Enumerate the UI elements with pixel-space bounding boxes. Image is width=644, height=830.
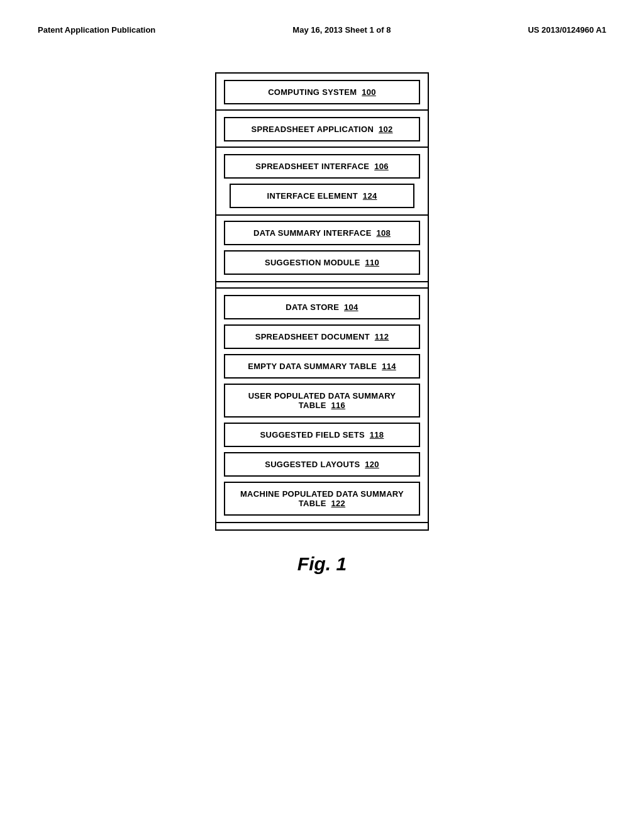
data-store-label: DATA STORE 104 <box>224 295 420 319</box>
spreadsheet-document-label: SPREADSHEET DOCUMENT 112 <box>224 324 420 349</box>
spreadsheet-application-label: SPREADSHEET APPLICATION 102 <box>224 117 420 141</box>
header-left: Patent Application Publication <box>38 25 155 35</box>
spreadsheet-interface-label: SPREADSHEET INTERFACE 106 <box>224 154 420 179</box>
spreadsheet-application-box: SPREADSHEET APPLICATION 102 SPREADSHEET … <box>215 109 429 282</box>
suggested-field-sets-label: SUGGESTED FIELD SETS 118 <box>224 423 420 447</box>
diagram-container: COMPUTING SYSTEM 100 SPREADSHEET APPLICA… <box>0 47 644 575</box>
empty-data-summary-table-label: EMPTY DATA SUMMARY TABLE 114 <box>224 354 420 379</box>
page-header: Patent Application Publication May 16, 2… <box>0 0 644 47</box>
computing-system-box: COMPUTING SYSTEM 100 SPREADSHEET APPLICA… <box>215 72 429 531</box>
data-store-box: DATA STORE 104 SPREADSHEET DOCUMENT 112 … <box>215 287 429 523</box>
data-summary-interface-label: DATA SUMMARY INTERFACE 108 <box>224 221 420 245</box>
user-populated-data-summary-table-label: USER POPULATED DATA SUMMARY TABLE 116 <box>224 384 420 418</box>
suggestion-module-label: SUGGESTION MODULE 110 <box>224 250 420 275</box>
header-right: US 2013/0124960 A1 <box>528 25 606 35</box>
spreadsheet-interface-box: SPREADSHEET INTERFACE 106 INTERFACE ELEM… <box>215 147 429 216</box>
machine-populated-data-summary-table-label: MACHINE POPULATED DATA SUMMARY TABLE 122 <box>224 482 420 516</box>
suggested-layouts-label: SUGGESTED LAYOUTS 120 <box>224 452 420 477</box>
interface-element-label: INTERFACE ELEMENT 124 <box>230 184 414 208</box>
computing-system-label: COMPUTING SYSTEM 100 <box>224 80 420 104</box>
header-center: May 16, 2013 Sheet 1 of 8 <box>292 25 391 35</box>
figure-label: Fig. 1 <box>297 553 347 575</box>
